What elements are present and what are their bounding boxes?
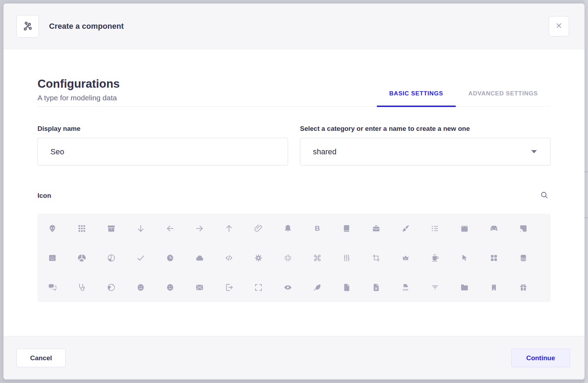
cloud-icon[interactable] [185,243,214,273]
collapse-icon[interactable] [273,243,302,273]
brush-icon[interactable] [391,214,420,243]
icon-grid-row: PDF [37,273,551,302]
icon-grid-row: B [37,214,551,243]
settings-tabs: BASIC SETTINGSADVANCED SETTINGS [377,83,551,106]
section-subtitle: A type for modeling data [37,94,120,102]
icon-picker-label: Icon [37,192,51,200]
file-error-icon[interactable] [361,273,391,302]
code-icon[interactable] [214,243,244,273]
cancel-button[interactable]: Cancel [16,349,66,367]
modal-footer: Cancel Continue [4,336,584,379]
envelope-icon[interactable] [185,273,214,302]
eye-icon[interactable] [273,273,302,302]
icon-picker-head: Icon [37,189,551,202]
modal-title: Create a component [49,22,124,31]
close-button[interactable] [549,16,569,36]
arrow-up-icon[interactable] [214,214,244,243]
close-icon [554,21,563,31]
search-icon [539,190,549,201]
background-page-divider [584,217,588,218]
section-title: Configurations [37,77,120,90]
svg-text:B: B [315,224,320,232]
crop-icon[interactable] [361,243,391,273]
connector-icon[interactable] [332,243,361,273]
briefcase-icon[interactable] [361,214,391,243]
archive-icon[interactable] [96,214,126,243]
apps-icon[interactable] [67,214,96,243]
calendar-icon[interactable] [450,214,479,243]
create-component-modal: Create a component Configurations A type… [4,4,584,379]
icon-grid: BPDF [37,214,551,302]
cup-icon[interactable] [420,243,450,273]
tab-basic-settings[interactable]: BASIC SETTINGS [377,83,456,106]
check-icon[interactable] [126,243,155,273]
category-label: Select a category or enter a name to cre… [300,125,551,133]
chart-circle-icon[interactable] [67,243,96,273]
icon-grid-row [37,243,551,273]
bold-icon[interactable]: B [302,214,332,243]
chart-pie-icon[interactable] [96,243,126,273]
attachment-icon[interactable] [244,214,273,243]
exit-icon[interactable] [214,273,244,302]
discuss-icon[interactable] [37,273,67,302]
emotion-happy-icon[interactable] [126,273,155,302]
bullet-list-icon[interactable] [420,214,450,243]
chevron-down-icon [531,150,537,153]
display-name-input[interactable] [37,138,288,166]
filter-icon[interactable] [420,273,450,302]
alien-icon[interactable] [37,214,67,243]
background-page-edge [0,379,584,383]
chart-bubble-icon[interactable] [37,243,67,273]
clock-icon[interactable] [155,243,185,273]
cog-icon[interactable] [244,243,273,273]
feather-icon[interactable] [302,273,332,302]
gift-icon[interactable] [508,273,538,302]
display-name-label: Display name [37,125,288,133]
database-icon[interactable] [508,243,538,273]
doctor-icon[interactable] [67,273,96,302]
book-icon[interactable] [332,214,361,243]
cursor-icon[interactable] [450,243,479,273]
emotion-unhappy-icon[interactable] [155,273,185,302]
continue-button[interactable]: Continue [511,349,570,367]
svg-text:PDF: PDF [403,288,408,291]
background-page-divider [584,172,588,172]
expand-icon[interactable] [244,273,273,302]
form-row: Display name Select a category or enter … [37,125,551,166]
arrow-down-icon[interactable] [126,214,155,243]
section-head: Configurations A type for modeling data … [37,77,551,107]
modal-body: Configurations A type for modeling data … [4,49,584,336]
category-select-value: shared [313,147,336,156]
earth-icon[interactable] [96,273,126,302]
crown-icon[interactable] [391,243,420,273]
dashboard-icon[interactable] [479,243,508,273]
cast-icon[interactable] [508,214,538,243]
file-pdf-icon[interactable]: PDF [391,273,420,302]
folder-icon[interactable] [450,273,479,302]
arrow-right-icon[interactable] [185,214,214,243]
category-select[interactable]: shared [300,138,551,166]
bell-icon[interactable] [273,214,302,243]
background-page-edge [584,0,588,383]
modal-header: Create a component [4,4,584,49]
tab-advanced-settings[interactable]: ADVANCED SETTINGS [456,83,551,106]
file-icon[interactable] [332,273,361,302]
arrow-left-icon[interactable] [155,214,185,243]
search-button[interactable] [538,189,551,202]
component-icon [16,15,39,38]
command-icon[interactable] [302,243,332,273]
car-icon[interactable] [479,214,508,243]
gate-icon[interactable] [479,273,508,302]
